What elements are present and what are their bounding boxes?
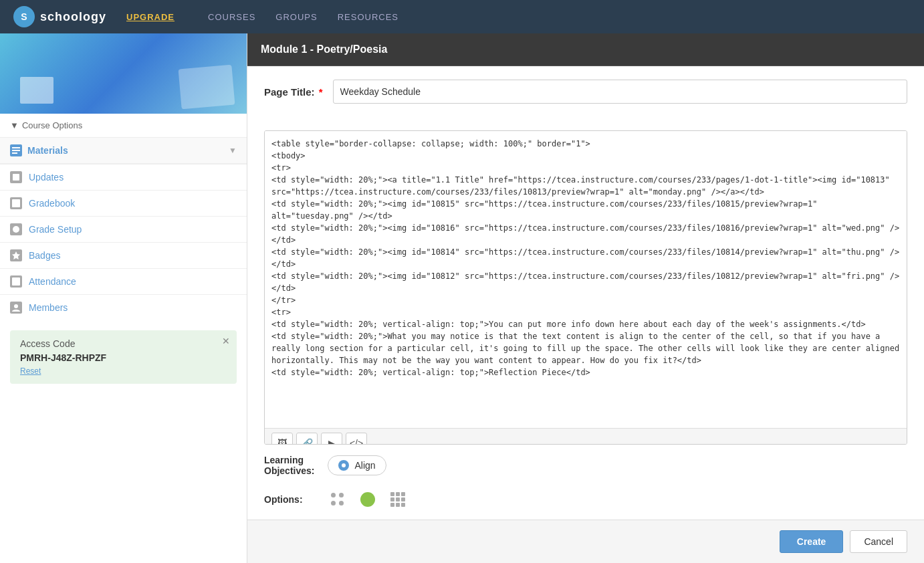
- sidebar: ▼ Course Options Materials ▼ Updates Gra…: [0, 33, 247, 563]
- course-banner: [0, 33, 247, 114]
- logo-area: S schoology: [13, 6, 106, 27]
- svg-marker-6: [12, 251, 20, 259]
- access-code-close-button[interactable]: ✕: [222, 336, 230, 346]
- materials-icon: [10, 144, 22, 156]
- attendance-label: Attendance: [29, 276, 76, 287]
- required-star: *: [316, 86, 323, 98]
- learning-objectives-label: LearningObjectives:: [264, 455, 314, 476]
- top-navigation: S schoology UPGRADE COURSES GROUPS RESOU…: [0, 0, 924, 33]
- resources-link[interactable]: RESOURCES: [338, 12, 398, 22]
- align-radio-icon: [338, 460, 349, 471]
- access-code-box: ✕ Access Code PMRH-J48Z-RHPZF Reset: [10, 330, 237, 384]
- main-layout: ▼ Course Options Materials ▼ Updates Gra…: [0, 33, 924, 563]
- align-button[interactable]: Align: [328, 455, 386, 475]
- page-title-label: Page Title: *: [264, 86, 323, 98]
- svg-point-5: [13, 226, 19, 233]
- content-area: Module 1 - Poetry/Poesia Page Title: * 🖼…: [247, 33, 924, 563]
- svg-rect-2: [12, 152, 17, 154]
- options-label: Options:: [264, 494, 318, 505]
- access-code-value: PMRH-J48Z-RHPZF: [20, 352, 227, 363]
- svg-rect-7: [12, 277, 20, 286]
- svg-rect-0: [12, 147, 20, 148]
- sidebar-item-grade-setup[interactable]: Grade Setup: [0, 216, 247, 242]
- page-title-input[interactable]: [333, 80, 907, 104]
- modal-body: Page Title: * 🖼 🔗 ▶ </> LearningObjectiv…: [247, 66, 924, 520]
- editor-textarea[interactable]: [265, 131, 907, 425]
- options-row: Options:: [247, 486, 924, 520]
- toolbar-media-button[interactable]: ▶: [321, 433, 342, 445]
- sidebar-item-badges[interactable]: Badges: [0, 242, 247, 268]
- html-editor: 🖼 🔗 ▶ </>: [264, 130, 907, 445]
- modal-header: Module 1 - Poetry/Poesia: [247, 33, 924, 66]
- form-section: Page Title: *: [247, 66, 924, 130]
- chevron-down-icon: ▼: [10, 120, 19, 130]
- modal-title: Module 1 - Poetry/Poesia: [261, 43, 387, 55]
- create-button[interactable]: Create: [780, 530, 844, 553]
- access-code-reset-button[interactable]: Reset: [20, 366, 227, 376]
- editor-toolbar: 🖼 🔗 ▶ </>: [265, 428, 907, 445]
- upgrade-link[interactable]: UPGRADE: [126, 12, 175, 22]
- toolbar-embed-button[interactable]: </>: [346, 433, 367, 445]
- grade-setup-icon: [10, 223, 22, 235]
- learning-objectives-row: LearningObjectives: Align: [247, 445, 924, 486]
- sidebar-item-updates[interactable]: Updates: [0, 164, 247, 190]
- option-grid-icon[interactable]: [388, 489, 408, 510]
- option-dots-icon[interactable]: [328, 489, 348, 510]
- gradebook-label: Gradebook: [29, 198, 75, 209]
- access-code-title: Access Code: [20, 338, 227, 349]
- banner-decoration-paper: [179, 65, 235, 110]
- option-green-circle[interactable]: [358, 489, 378, 510]
- badges-icon: [10, 249, 22, 261]
- materials-chevron-icon: ▼: [229, 146, 237, 155]
- svg-rect-4: [12, 199, 20, 207]
- sidebar-item-gradebook[interactable]: Gradebook: [0, 190, 247, 216]
- courses-link[interactable]: COURSES: [208, 12, 255, 22]
- members-icon: [10, 302, 22, 314]
- groups-link[interactable]: GROUPS: [275, 12, 317, 22]
- page-title-row: Page Title: *: [264, 80, 907, 104]
- updates-icon: [10, 171, 22, 183]
- banner-decoration-book: [20, 77, 53, 104]
- toolbar-link-button[interactable]: 🔗: [296, 433, 318, 445]
- logo-icon: S: [13, 6, 35, 27]
- svg-rect-3: [13, 174, 19, 181]
- cancel-button[interactable]: Cancel: [850, 530, 907, 553]
- svg-rect-1: [12, 150, 20, 151]
- sidebar-item-materials[interactable]: Materials ▼: [0, 137, 247, 164]
- updates-label: Updates: [29, 172, 64, 183]
- sidebar-item-attendance[interactable]: Attendance: [0, 268, 247, 294]
- modal-footer: Create Cancel: [247, 520, 924, 563]
- course-options[interactable]: ▼ Course Options: [0, 114, 247, 137]
- materials-label: Materials: [10, 144, 68, 156]
- attendance-icon: [10, 275, 22, 288]
- align-label: Align: [354, 460, 375, 471]
- sidebar-item-members[interactable]: Members: [0, 294, 247, 320]
- toolbar-image-button[interactable]: 🖼: [271, 433, 293, 445]
- logo-text: schoology: [40, 10, 106, 24]
- nav-links: COURSES GROUPS RESOURCES: [208, 12, 398, 22]
- course-options-label: Course Options: [22, 120, 82, 130]
- badges-label: Badges: [29, 250, 60, 261]
- svg-point-8: [14, 304, 18, 308]
- gradebook-icon: [10, 197, 22, 209]
- members-label: Members: [29, 302, 68, 313]
- grade-setup-label: Grade Setup: [29, 224, 82, 235]
